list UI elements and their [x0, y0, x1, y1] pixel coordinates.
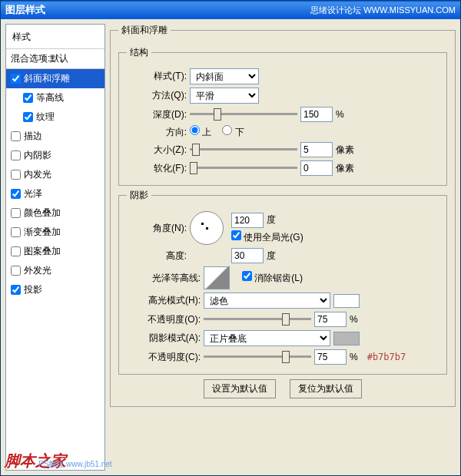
sidebar-check-dropSh[interactable]	[11, 285, 21, 295]
gloss-contour-label: 光泽等高线:	[127, 272, 201, 285]
sidebar-check-stroke[interactable]	[11, 131, 21, 141]
sidebar-item-label: 投影	[24, 283, 42, 296]
titlebar[interactable]: 图层样式 思绪设计论坛 WWW.MISSYUAN.COM	[1, 1, 460, 19]
technique-label: 方法(Q):	[127, 89, 187, 102]
size-unit: 像素	[336, 144, 359, 157]
angle-label: 角度(N):	[127, 222, 187, 235]
depth-slider[interactable]	[190, 107, 297, 121]
color-note: #b7b7b7	[367, 352, 406, 362]
sidebar-item-pattOv[interactable]: 图案叠加	[6, 242, 104, 261]
blend-options-label: 混合选项:默认	[11, 52, 68, 65]
sidebar-check-satin[interactable]	[11, 189, 21, 199]
soften-label: 软化(F):	[127, 162, 187, 175]
sidebar-item-label: 内阴影	[24, 149, 51, 162]
altitude-unit: 度	[267, 250, 276, 263]
antialias-check[interactable]: 消除锯齿(L)	[242, 271, 303, 285]
dir-up-option[interactable]: 上	[190, 125, 211, 139]
highlight-opacity-unit: %	[350, 314, 358, 325]
size-input[interactable]	[300, 142, 333, 157]
sidebar-check-innerSh[interactable]	[11, 150, 21, 160]
sidebar-check-gradOv[interactable]	[11, 227, 21, 237]
shadow-opacity-input[interactable]	[314, 349, 347, 365]
sidebar-item-texture[interactable]: 纹理	[6, 107, 104, 127]
highlight-opacity-slider[interactable]	[204, 312, 311, 326]
sidebar-item-bevel[interactable]: 斜面和浮雕	[6, 69, 104, 88]
gloss-contour-picker[interactable]	[204, 266, 230, 289]
style-select[interactable]: 内斜面	[190, 68, 259, 84]
sidebar-item-label: 外发光	[24, 264, 51, 277]
dir-down-option[interactable]: 下	[222, 125, 244, 139]
shadow-opacity-slider[interactable]	[204, 350, 311, 364]
structure-group: 结构 样式(T): 内斜面 方法(Q): 平滑 深度(D): % 方向: 上 下	[118, 46, 447, 186]
soften-slider[interactable]	[190, 161, 297, 175]
shadow-mode-label: 阴影模式(A):	[127, 332, 201, 345]
altitude-label: 高度:	[127, 250, 187, 263]
depth-label: 深度(D):	[127, 108, 187, 121]
sidebar-item-label: 描边	[24, 130, 42, 143]
sidebar-item-innerSh[interactable]: 内阴影	[6, 146, 104, 165]
shading-group: 阴影 角度(N): 度 使用全局光(G) 高度:	[118, 189, 447, 375]
sidebar-item-colorOv[interactable]: 颜色叠加	[6, 203, 104, 223]
angle-unit: 度	[267, 213, 276, 226]
highlight-mode-select[interactable]: 滤色	[204, 293, 330, 309]
highlight-color-swatch[interactable]	[333, 294, 360, 308]
shadow-opacity-unit: %	[350, 352, 358, 362]
sidebar-item-gradOv[interactable]: 渐变叠加	[6, 223, 104, 242]
soften-unit: 像素	[336, 162, 359, 175]
sidebar-item-label: 内发光	[24, 168, 51, 181]
sidebar-item-label: 光泽	[24, 187, 42, 200]
shadow-opacity-label: 不透明度(C):	[127, 351, 201, 364]
soften-input[interactable]	[300, 160, 333, 176]
shadow-mode-select[interactable]: 正片叠底	[204, 330, 330, 346]
styles-sidebar: 样式 混合选项:默认 斜面和浮雕 等高线 纹理 描边 内阴影 内发光 光泽 颜色…	[5, 24, 105, 471]
highlight-mode-label: 高光模式(H):	[127, 294, 201, 307]
blend-options-item[interactable]: 混合选项:默认	[6, 49, 104, 69]
size-label: 大小(Z):	[127, 144, 187, 157]
size-slider[interactable]	[190, 143, 297, 157]
structure-legend: 结构	[127, 46, 151, 59]
sidebar-check-contour[interactable]	[23, 93, 33, 103]
sidebar-check-pattOv[interactable]	[11, 246, 21, 256]
sidebar-check-bevel[interactable]	[11, 74, 21, 84]
technique-select[interactable]: 平滑	[190, 88, 259, 104]
depth-unit: %	[336, 109, 359, 120]
angle-widget[interactable]	[190, 211, 224, 245]
sidebar-item-label: 纹理	[36, 111, 55, 124]
layer-style-dialog: 图层样式 思绪设计论坛 WWW.MISSYUAN.COM 样式 混合选项:默认 …	[0, 0, 461, 476]
make-default-button[interactable]: 设置为默认值	[204, 379, 276, 398]
highlight-opacity-label: 不透明度(O):	[127, 313, 201, 326]
window-title: 图层样式	[5, 3, 45, 17]
sidebar-check-outerGl[interactable]	[11, 266, 21, 276]
altitude-input[interactable]	[231, 248, 264, 263]
highlight-opacity-input[interactable]	[314, 312, 347, 327]
sidebar-item-label: 渐变叠加	[24, 226, 61, 239]
sidebar-item-outerGl[interactable]: 外发光	[6, 261, 104, 280]
shading-legend: 阴影	[127, 189, 151, 202]
watermark-url: PS教程 www.jb51.net	[38, 459, 112, 470]
sidebar-item-label: 图案叠加	[24, 245, 61, 258]
direction-label: 方向:	[127, 126, 187, 139]
sidebar-item-innerGl[interactable]: 内发光	[6, 165, 104, 184]
style-label: 样式(T):	[127, 70, 187, 83]
global-light-check[interactable]: 使用全局光(G)	[231, 230, 303, 244]
sidebar-check-texture[interactable]	[23, 112, 33, 122]
sidebar-item-label: 等高线	[36, 91, 64, 104]
sidebar-item-satin[interactable]: 光泽	[6, 184, 104, 203]
sidebar-header: 样式	[6, 26, 104, 49]
sidebar-check-colorOv[interactable]	[11, 208, 21, 218]
titlebar-credit: 思绪设计论坛 WWW.MISSYUAN.COM	[310, 5, 456, 16]
sidebar-item-label: 颜色叠加	[24, 207, 61, 220]
panel-title: 斜面和浮雕	[118, 24, 171, 37]
main-panel: 斜面和浮雕 结构 样式(T): 内斜面 方法(Q): 平滑 深度(D): % 方…	[110, 24, 456, 471]
shadow-color-swatch[interactable]	[333, 332, 360, 345]
sidebar-check-innerGl[interactable]	[11, 170, 21, 180]
sidebar-item-contour[interactable]: 等高线	[6, 88, 104, 107]
sidebar-item-label: 斜面和浮雕	[24, 72, 70, 85]
bevel-panel: 斜面和浮雕 结构 样式(T): 内斜面 方法(Q): 平滑 深度(D): % 方…	[110, 24, 456, 407]
depth-input[interactable]	[300, 107, 333, 122]
angle-input[interactable]	[231, 213, 264, 228]
reset-default-button[interactable]: 复位为默认值	[290, 379, 362, 398]
sidebar-item-stroke[interactable]: 描边	[6, 127, 104, 146]
sidebar-item-dropSh[interactable]: 投影	[6, 280, 104, 299]
